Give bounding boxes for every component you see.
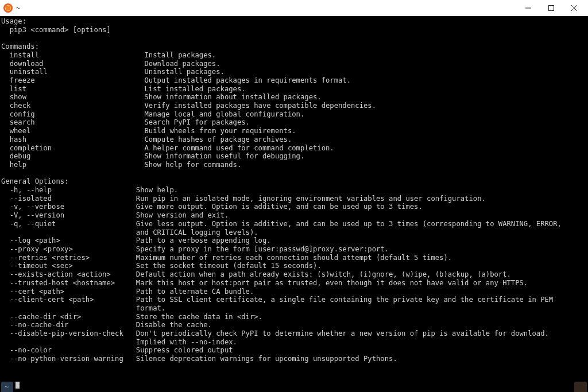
title-bar: ~ — [0, 0, 588, 16]
close-button[interactable] — [563, 0, 586, 16]
prompt-cursor — [16, 382, 20, 389]
statusbar-right-block — [574, 382, 587, 392]
status-bar: ~ — [0, 382, 588, 392]
terminal-output: Usage: pip3 <command> [options] Commands… — [1, 17, 562, 363]
terminal-viewport[interactable]: Usage: pip3 <command> [options] Commands… — [0, 16, 588, 392]
window-title: ~ — [16, 4, 20, 12]
statusbar-tab[interactable]: ~ — [1, 382, 13, 392]
maximize-button[interactable] — [540, 0, 563, 16]
svg-rect-0 — [549, 5, 554, 10]
minimize-button[interactable] — [517, 0, 540, 16]
ubuntu-icon — [3, 3, 13, 13]
statusbar-tab-label: ~ — [5, 383, 9, 391]
